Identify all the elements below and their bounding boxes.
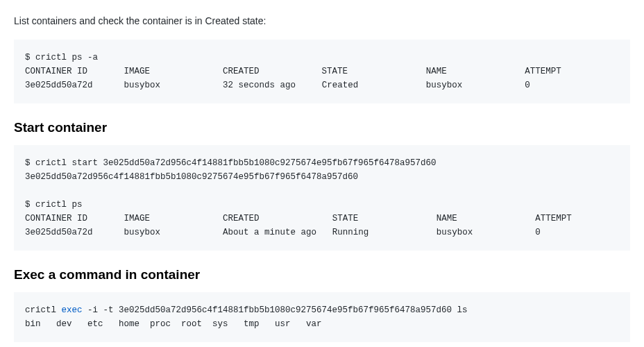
code-block-exec: crictl exec -i -t 3e025dd50a72d956c4f148… <box>14 292 630 342</box>
col-state: STATE <box>322 67 348 76</box>
code-keyword-exec: exec <box>62 305 83 315</box>
val-container-id: 3e025dd50a72d <box>25 81 93 90</box>
heading-exec-command: Exec a command in container <box>14 267 630 282</box>
col-image: IMAGE <box>124 214 151 223</box>
col-container-id: CONTAINER ID <box>25 214 87 223</box>
val-image: busybox <box>124 81 161 90</box>
col-created: CREATED <box>223 67 260 76</box>
col-state: STATE <box>332 214 359 223</box>
val-state: Running <box>332 228 369 237</box>
val-name: busybox <box>426 81 463 90</box>
val-attempt: 0 <box>525 81 530 90</box>
col-name: NAME <box>426 67 447 76</box>
val-state: Created <box>322 81 359 90</box>
col-image: IMAGE <box>124 67 151 76</box>
col-attempt: ATTEMPT <box>535 214 572 223</box>
code-block-list-containers: $ crictl ps -a CONTAINER ID IMAGE CREATE… <box>14 40 630 103</box>
intro-text: List containers and check the container … <box>14 14 630 28</box>
val-name: busybox <box>437 228 473 237</box>
code-pre: crictl <box>25 305 62 315</box>
col-created: CREATED <box>223 214 260 223</box>
col-container-id: CONTAINER ID <box>25 67 87 76</box>
code-output: 3e025dd50a72d956c4f14881fbb5b1080c927567… <box>25 172 358 182</box>
code-block-start-container: $ crictl start 3e025dd50a72d956c4f14881f… <box>14 145 630 251</box>
heading-start-container: Start container <box>14 120 630 135</box>
col-name: NAME <box>437 214 457 223</box>
col-attempt: ATTEMPT <box>525 67 561 76</box>
code-cmd: $ crictl start 3e025dd50a72d956c4f14881f… <box>25 158 437 168</box>
code-post: -i -t 3e025dd50a72d956c4f14881fbb5b1080c… <box>83 305 468 315</box>
code-output: bin dev etc home proc root sys tmp usr v… <box>25 319 322 329</box>
val-attempt: 0 <box>535 228 541 237</box>
code-cmd: $ crictl ps <box>25 200 83 210</box>
val-created: About a minute ago <box>223 228 316 237</box>
val-image: busybox <box>124 228 161 237</box>
code-cmd: $ crictl ps -a <box>25 53 98 62</box>
val-created: 32 seconds ago <box>223 81 296 90</box>
val-container-id: 3e025dd50a72d <box>25 228 93 237</box>
